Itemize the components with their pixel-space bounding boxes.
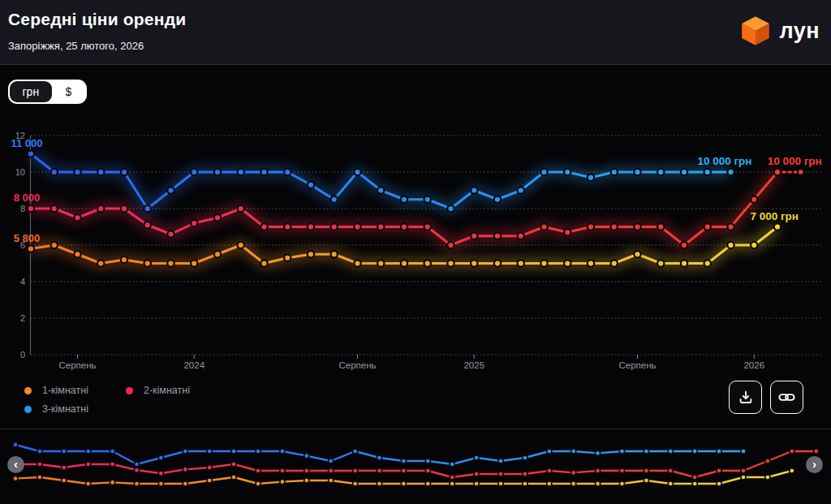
page-subtitle: Запоріжжя, 25 лютого, 2026 (8, 40, 144, 52)
svg-text:Серпень: Серпень (58, 360, 96, 370)
svg-text:10 000 грн: 10 000 грн (697, 155, 751, 167)
scroll-right-button[interactable]: › (806, 456, 823, 473)
svg-text:8 000: 8 000 (14, 192, 41, 204)
copy-link-button[interactable] (770, 381, 803, 414)
currency-toggle[interactable]: грн $ (8, 80, 87, 104)
copy-link-icon (777, 388, 796, 407)
currency-option-uah[interactable]: грн (10, 81, 52, 102)
lun-logo-text: лун (779, 20, 820, 42)
legend-label-1room: 1-кімнатні (42, 385, 88, 396)
legend-label-2room: 2-кімнатні (144, 385, 190, 396)
svg-text:0: 0 (20, 350, 25, 360)
svg-text:Серпень: Серпень (338, 360, 376, 370)
navigator-divider (0, 429, 831, 429)
legend-dot-3room-icon (24, 406, 32, 413)
svg-text:2: 2 (20, 313, 25, 323)
svg-text:2024: 2024 (183, 360, 205, 370)
svg-text:7 000 грн: 7 000 грн (750, 210, 799, 222)
svg-text:5 800: 5 800 (14, 232, 41, 244)
legend-item-3room: 3-кімнатні (24, 403, 126, 415)
lun-cube-icon (738, 14, 773, 48)
legend-label-3room: 3-кімнатні (42, 403, 88, 415)
chart-legend: 1-кімнатні 2-кімнатні 3-кімнатні (24, 385, 190, 415)
svg-text:10 000 грн: 10 000 грн (768, 155, 822, 167)
svg-text:10: 10 (15, 167, 25, 177)
svg-text:Серпень: Серпень (618, 360, 656, 370)
currency-option-usd[interactable]: $ (52, 81, 85, 102)
legend-item-1room: 1-кімнатні (24, 385, 126, 396)
download-icon (737, 389, 755, 407)
svg-text:11 000: 11 000 (11, 137, 42, 149)
lun-logo: лун (738, 14, 820, 48)
svg-text:2026: 2026 (743, 360, 764, 370)
legend-dot-2room-icon (126, 387, 133, 394)
header: Середні ціни оренди Запоріжжя, 25 лютого… (0, 0, 831, 65)
main-chart: 024681012Серпень2024Серпень2025Серпень20… (0, 130, 831, 381)
scroll-left-button[interactable]: ‹ (7, 456, 24, 473)
chart-actions (729, 381, 803, 414)
legend-item-2room: 2-кімнатні (126, 385, 190, 396)
svg-text:8: 8 (20, 204, 25, 213)
svg-text:4: 4 (20, 277, 25, 286)
svg-text:2025: 2025 (463, 360, 484, 370)
download-button[interactable] (729, 381, 762, 414)
page-title: Середні ціни оренди (8, 10, 186, 29)
legend-dot-1room-icon (24, 387, 32, 394)
navigator-chart[interactable] (0, 434, 831, 504)
